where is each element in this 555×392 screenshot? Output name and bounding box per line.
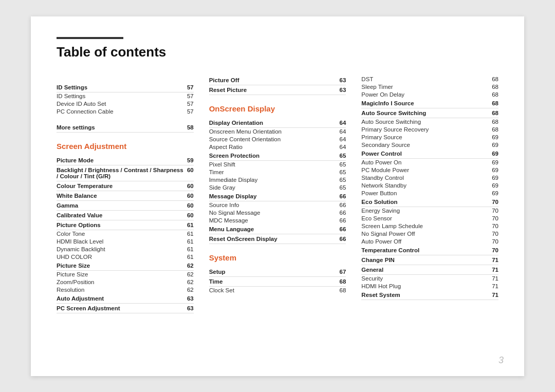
toc-page-num: 69 — [488, 159, 498, 165]
toc-page-num: 57 — [183, 93, 194, 99]
toc-label: Power Button — [361, 190, 488, 196]
toc-label: General — [361, 267, 488, 273]
toc-page-num: 65 — [336, 184, 346, 191]
toc-label: Clock Set — [209, 287, 336, 293]
toc-label: Auto Power Off — [361, 238, 488, 245]
toc-label: Dynamic Backlight — [57, 246, 183, 252]
toc-page-num: 68 — [488, 110, 498, 116]
toc-entry: Eco Solution70 — [361, 197, 498, 207]
toc-page-num: 66 — [336, 217, 346, 223]
toc-page-num: 70 — [488, 215, 498, 221]
toc-page-num: 62 — [183, 271, 194, 277]
toc-page-num: 68 — [488, 119, 498, 125]
toc-label: Picture Off — [209, 77, 336, 83]
toc-page-num: 64 — [336, 144, 346, 150]
toc-entry: Side Gray65 — [209, 184, 346, 192]
header-bar — [57, 37, 123, 39]
toc-label: Picture Mode — [57, 157, 183, 163]
toc-label: Network Standby — [361, 182, 488, 189]
toc-label: Change PIN — [361, 257, 488, 263]
toc-entry: PC Screen Adjustment63 — [57, 304, 194, 313]
toc-label: Auto Source Switching — [361, 110, 488, 116]
toc-entry: Secondary Source69 — [361, 141, 498, 149]
toc-page-num: 68 — [488, 126, 498, 133]
section-title-1-1: OnScreen Display — [209, 104, 346, 113]
toc-entry: Dynamic Backlight61 — [57, 246, 194, 253]
toc-page-num: 68 — [488, 84, 498, 90]
toc-page-num: 60 — [183, 193, 194, 199]
toc-entry: Auto Adjustment63 — [57, 294, 194, 304]
toc-label: No Signal Power Off — [361, 231, 488, 237]
toc-page-num: 68 — [488, 100, 498, 106]
toc-entry: Color Tone61 — [57, 230, 194, 238]
toc-label: Auto Adjustment — [57, 295, 183, 302]
toc-page-num: 70 — [488, 247, 498, 253]
toc-label: Power Control — [361, 151, 488, 157]
toc-label: DST — [361, 76, 488, 82]
toc-page-num: 67 — [336, 269, 346, 275]
toc-label: No Signal Message — [209, 210, 336, 216]
toc-entry: Temperature Control70 — [361, 246, 498, 255]
column-1: Picture Off63Reset Picture63OnScreen Dis… — [209, 76, 362, 313]
toc-entry: Sleep Timer68 — [361, 83, 498, 91]
toc-entry: Setup67 — [209, 267, 346, 277]
toc-label: Screen Protection — [209, 153, 336, 159]
toc-label: More settings — [57, 124, 183, 130]
toc-label: Color Tone — [57, 231, 183, 237]
toc-entry: Network Standby69 — [361, 182, 498, 190]
toc-page-num: 61 — [183, 246, 194, 252]
toc-page-num: 68 — [488, 91, 498, 98]
toc-label: Reset Picture — [209, 87, 336, 93]
toc-entry: No Signal Power Off70 — [361, 230, 498, 238]
toc-label: Picture Size — [57, 271, 183, 277]
toc-label: PC Screen Adjustment — [57, 305, 183, 311]
toc-label: Temperature Control — [361, 247, 488, 253]
toc-label: Immediate Display — [209, 177, 336, 183]
toc-entry: Pixel Shift65 — [209, 161, 346, 169]
toc-label: Sleep Timer — [361, 84, 488, 90]
columns-container: ID Settings57ID Settings57Device ID Auto… — [57, 76, 498, 313]
toc-label: Standby Control — [361, 175, 488, 181]
toc-entry: General71 — [361, 265, 498, 275]
toc-label: Eco Solution — [361, 199, 488, 205]
toc-label: Resolution — [57, 287, 183, 293]
toc-entry: UHD COLOR61 — [57, 253, 194, 261]
toc-entry: Screen Lamp Schedule70 — [361, 222, 498, 230]
toc-label: MagicInfo I Source — [361, 100, 488, 106]
toc-page-num: 64 — [336, 136, 346, 142]
toc-entry: Picture Off63 — [209, 76, 346, 85]
toc-page-num: 69 — [488, 190, 498, 196]
toc-page-num: 66 — [336, 202, 346, 208]
toc-label: White Balance — [57, 193, 183, 199]
toc-page-num: 71 — [488, 283, 498, 289]
toc-page-num: 65 — [336, 169, 346, 175]
toc-entry: Power Control69 — [361, 149, 498, 159]
toc-page-num: 58 — [183, 124, 194, 130]
toc-page-num: 68 — [336, 287, 346, 293]
toc-page-num: 70 — [488, 223, 498, 229]
toc-label: Device ID Auto Set — [57, 101, 183, 107]
toc-entry: Source Content Orientation64 — [209, 136, 346, 143]
toc-entry: Display Orientation64 — [209, 118, 346, 128]
toc-label: Backlight / Brightness / Contrast / Shar… — [57, 167, 183, 179]
toc-label: Colour Temperature — [57, 183, 183, 189]
toc-page-num: 62 — [183, 279, 194, 285]
toc-page-num: 69 — [488, 182, 498, 189]
toc-entry: Time68 — [209, 277, 346, 287]
toc-entry: Backlight / Brightness / Contrast / Shar… — [57, 165, 194, 181]
toc-page-num: 71 — [488, 275, 498, 282]
toc-label: Pixel Shift — [209, 161, 336, 167]
toc-page-num: 63 — [183, 295, 194, 302]
toc-label: Reset OnScreen Display — [209, 236, 336, 242]
toc-entry: Power Button69 — [361, 190, 498, 197]
toc-page-num: 66 — [336, 226, 346, 232]
toc-page-num: 63 — [336, 87, 346, 93]
toc-label: Onscreen Menu Orientation — [209, 128, 336, 135]
section-title-1-2: System — [209, 253, 346, 262]
toc-page-num: 62 — [183, 287, 194, 293]
toc-label: UHD COLOR — [57, 254, 183, 260]
toc-page-num: 65 — [336, 153, 346, 159]
toc-entry: Colour Temperature60 — [57, 181, 194, 191]
toc-entry: Immediate Display65 — [209, 176, 346, 184]
toc-label: Setup — [209, 269, 336, 275]
